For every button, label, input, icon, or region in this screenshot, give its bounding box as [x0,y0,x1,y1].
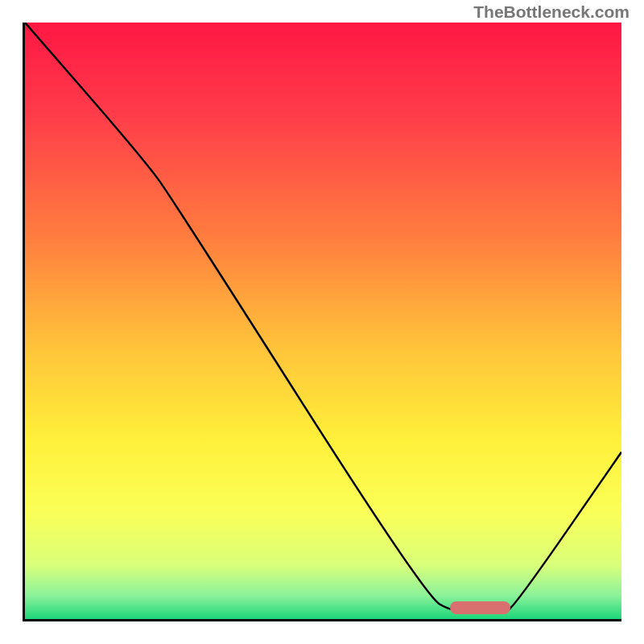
optimal-zone-marker [450,601,510,614]
bottleneck-curve [25,23,621,619]
watermark-text: TheBottleneck.com [473,2,630,22]
chart-plot-area [23,23,621,621]
